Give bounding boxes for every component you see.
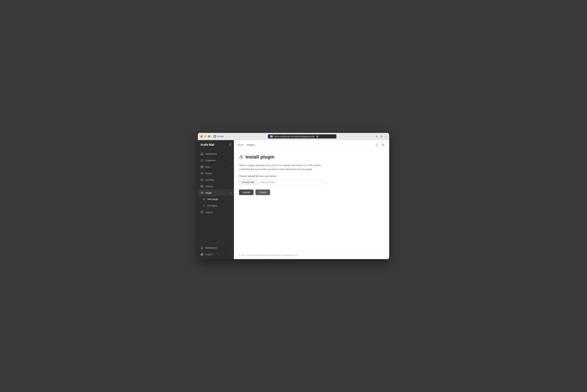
more-icon: ··· xyxy=(332,135,334,138)
chevron-right-icon: › xyxy=(231,166,231,168)
plugin-icon xyxy=(200,191,204,194)
sidebar-item-plan-label: Plan xyxy=(205,166,229,168)
page-title: Install plugin xyxy=(245,154,274,160)
new-tab-icon[interactable]: + xyxy=(385,135,387,138)
chevron-right-icon: › xyxy=(231,247,231,249)
search-button[interactable] xyxy=(375,143,379,147)
sidebar-item-admin-label: Admin xyxy=(205,172,229,175)
sidebar-item-report[interactable]: Report › xyxy=(198,209,234,216)
main-footer: © 2022. Acelle Email Marketing Applicati… xyxy=(234,251,389,259)
sidebar-item-setting[interactable]: Setting › xyxy=(198,183,234,190)
sidebar-item-all-plugins[interactable]: All plugins xyxy=(198,202,234,209)
app-layout: Acelle Mail ☰ Dashboard Customer xyxy=(198,140,389,259)
address-bar[interactable]: M demo.acellemail.com/admin/plugins/inst… xyxy=(268,134,337,138)
page-body: Install plugin Select a plugin package f… xyxy=(234,150,389,251)
settings-icon xyxy=(200,185,204,188)
sidebar-item-customer-label: Customer xyxy=(205,159,229,162)
browser-tab: 🔲 Private xyxy=(213,135,224,138)
no-file-selected-text: no file selected xyxy=(257,180,326,185)
sidebar-item-notifications-label: Notifications xyxy=(205,247,229,249)
user-icon xyxy=(200,159,204,162)
main-content: Home › Plugins xyxy=(234,140,389,259)
upload-button[interactable]: Upload xyxy=(239,190,254,195)
tab-label: Private xyxy=(217,135,224,138)
minimize-button[interactable] xyxy=(204,135,206,138)
svg-point-7 xyxy=(202,186,202,186)
chevron-down-icon: ∨ xyxy=(230,192,231,194)
sidebar-item-plugin[interactable]: Plugin ∨ xyxy=(198,190,234,196)
description-line2: containing the source files as well as m… xyxy=(239,168,313,170)
send-icon xyxy=(200,178,204,182)
home-icon xyxy=(200,152,204,156)
sidebar-item-setting-label: Setting xyxy=(205,185,229,188)
sidebar-item-customer[interactable]: Customer › xyxy=(198,157,234,164)
svg-rect-1 xyxy=(201,166,202,166)
sidebar-item-dashboard[interactable]: Dashboard xyxy=(198,150,234,157)
report-icon xyxy=(200,210,204,214)
upload-label: Choose upload file from your device xyxy=(239,175,384,178)
list-icon xyxy=(202,204,205,207)
svg-point-8 xyxy=(202,192,202,193)
back-button[interactable]: ‹ xyxy=(226,135,227,138)
download-icon[interactable]: ⬇ xyxy=(376,135,378,138)
description-line1: Select a plugin package from your PC to … xyxy=(239,164,321,166)
page-title-row: Install plugin xyxy=(239,154,384,160)
chevron-right-icon: › xyxy=(231,159,231,162)
svg-point-14 xyxy=(383,144,384,146)
footer-copyright: © 2022. Acelle Email Marketing Applicati… xyxy=(239,254,298,256)
svg-point-0 xyxy=(201,159,202,160)
description-text: Select a plugin package from your PC to … xyxy=(239,163,333,171)
action-buttons: Upload Cancel xyxy=(239,190,384,195)
cancel-button[interactable]: Cancel xyxy=(255,190,270,195)
browser-nav-icons: ⬇ ⬆ + xyxy=(376,135,387,138)
sidebar-item-notifications[interactable]: Notifications › xyxy=(198,245,234,251)
url-text: demo.acellemail.com/admin/plugins/instal… xyxy=(274,135,315,138)
sidebar-item-admin[interactable]: Admin › xyxy=(198,170,234,176)
choose-file-button[interactable]: Choose File xyxy=(239,180,257,185)
avatar: L xyxy=(200,253,204,256)
chevron-right-icon: › xyxy=(231,185,231,187)
install-icon xyxy=(239,154,243,160)
header-actions xyxy=(375,143,386,147)
chevron-right-icon: › xyxy=(231,253,231,256)
plan-icon xyxy=(200,165,204,168)
sidebar: Acelle Mail ☰ Dashboard Customer xyxy=(198,140,234,259)
sidebar-item-report-label: Report xyxy=(205,211,229,214)
sidebar-item-new-plugin[interactable]: New plugin xyxy=(198,196,234,202)
sidebar-footer: Notifications › L Louis P. › xyxy=(198,243,234,259)
chevron-right-icon: › xyxy=(231,179,231,181)
sidebar-item-new-plugin-label: New plugin xyxy=(207,198,231,200)
chevron-right-icon: › xyxy=(231,211,231,213)
forward-button[interactable]: ↻ xyxy=(228,135,230,138)
theme-toggle-button[interactable] xyxy=(381,143,386,147)
plus-icon xyxy=(202,198,205,201)
mac-window: 🔲 Private ‹ ↻ M demo.acellemail.com/admi… xyxy=(198,133,389,259)
sidebar-nav: Dashboard Customer › Plan › xyxy=(198,149,234,243)
breadcrumb-home[interactable]: Home xyxy=(237,144,244,146)
svg-line-13 xyxy=(378,146,378,146)
breadcrumb: Home › Plugins xyxy=(237,144,254,146)
sidebar-item-sending[interactable]: Sending › xyxy=(198,176,234,183)
svg-point-5 xyxy=(201,172,202,173)
sidebar-item-dashboard-label: Dashboard xyxy=(205,152,231,155)
admin-icon xyxy=(200,172,204,175)
main-header: Home › Plugins xyxy=(234,140,389,150)
svg-rect-2 xyxy=(202,166,203,166)
svg-rect-3 xyxy=(201,167,202,168)
svg-point-11 xyxy=(203,206,204,206)
bell-icon xyxy=(200,246,204,250)
chevron-right-icon: › xyxy=(231,172,231,174)
sidebar-item-user[interactable]: L Louis P. › xyxy=(198,251,234,258)
sidebar-item-sending-label: Sending xyxy=(205,178,229,181)
close-button[interactable] xyxy=(200,135,203,138)
lock-icon: 🔒 xyxy=(316,135,319,138)
sidebar-item-plugin-label: Plugin xyxy=(205,192,228,194)
sidebar-toggle-icon[interactable]: ☰ xyxy=(229,143,231,146)
title-bar: 🔲 Private ‹ ↻ M demo.acellemail.com/admi… xyxy=(198,133,389,140)
maximize-button[interactable] xyxy=(208,135,210,138)
sidebar-item-plan[interactable]: Plan › xyxy=(198,164,234,170)
sidebar-item-all-plugins-label: All plugins xyxy=(207,204,231,207)
svg-rect-4 xyxy=(202,167,203,168)
breadcrumb-current: Plugins xyxy=(247,144,254,146)
share-icon[interactable]: ⬆ xyxy=(381,135,383,138)
